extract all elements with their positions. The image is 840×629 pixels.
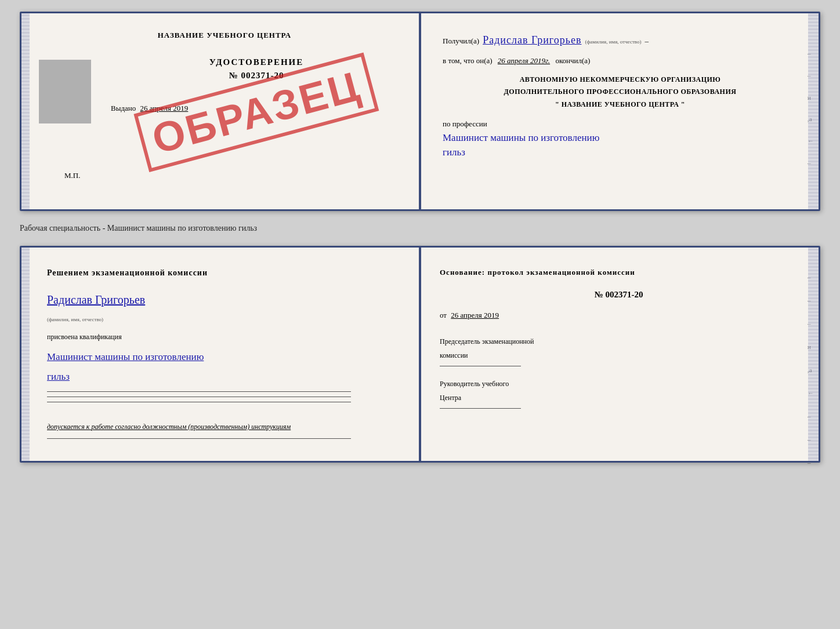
protocol-date: от 26 апреля 2019 — [440, 308, 798, 323]
qualification-block: Машинист машины по изготовлению гильз — [47, 347, 405, 387]
top-document-card: НАЗВАНИЕ УЧЕБНОГО ЦЕНТРА УДОСТОВЕРЕНИЕ №… — [20, 12, 820, 211]
binding-edge-right-bottom — [808, 248, 819, 461]
received-label: Получил(а) — [443, 34, 479, 48]
cert-right-half: Получил(а) Радислав Григорьев (фамилия, … — [419, 13, 819, 209]
binding-edge-right-top — [808, 13, 819, 209]
recipient-line: Получил(а) Радислав Григорьев (фамилия, … — [443, 31, 798, 49]
date-prefix: в том, что он(а) — [443, 56, 493, 65]
subtitle-between: Рабочая специальность - Машинист машины … — [20, 221, 820, 235]
chairman-label2: комиссии — [440, 348, 798, 362]
person-name-bottom: Радислав Григорьев (фамилия, имя, отчест… — [47, 288, 405, 326]
basis-title: Основание: протокол экзаменационной коми… — [440, 265, 798, 280]
person-name-handwritten: Радислав Григорьев — [47, 293, 145, 306]
chairman-label1: Председатель экзаменационной — [440, 335, 798, 348]
date-value: 26 апреля 2019г. — [498, 56, 550, 65]
profession-block: по профессии Машинист машины по изготовл… — [443, 117, 798, 160]
cert-label: УДОСТОВЕРЕНИЕ — [111, 57, 402, 67]
date-line: в том, что он(а) 26 апреля 2019г. окончи… — [443, 54, 798, 67]
qual-left-half: Решением экзаменационной комиссии Радисл… — [21, 248, 417, 461]
protocol-date-value: 26 апреля 2019 — [451, 311, 499, 319]
bottom-document-card: Решением экзаменационной комиссии Радисл… — [20, 246, 820, 463]
director-label1: Руководитель учебного — [440, 377, 798, 391]
assigned-text: присвоена квалификация — [47, 330, 405, 344]
qual-line1: Машинист машины по изготовлению — [47, 351, 204, 362]
school-name-top: НАЗВАНИЕ УЧЕБНОГО ЦЕНТРА — [47, 31, 402, 40]
work-permission-prefix: допускается к — [47, 423, 91, 431]
dash-after-name: – — [645, 34, 649, 48]
profession-handwritten: Машинист машины по изготовлению гильз — [443, 130, 798, 160]
cert-issued: Выдано 26 апреля 2019 — [111, 104, 402, 113]
director-block: Руководитель учебного Центра — [440, 377, 798, 409]
issued-date: 26 апреля 2019 — [140, 104, 189, 112]
institution-block: АВТОНОМНУЮ НЕКОММЕРЧЕСКУЮ ОРГАНИЗАЦИЮ ДО… — [443, 74, 798, 111]
qual-line2: гильз — [47, 371, 70, 382]
issued-label: Выдано — [111, 104, 136, 112]
institution-line3: " НАЗВАНИЕ УЧЕБНОГО ЦЕНТРА " — [443, 99, 798, 111]
person-sublabel-bottom: (фамилия, имя, отчество) — [47, 317, 103, 322]
institution-line1: АВТОНОМНУЮ НЕКОММЕРЧЕСКУЮ ОРГАНИЗАЦИЮ — [443, 74, 798, 86]
recipient-name: Радислав Григорьев — [483, 31, 581, 49]
decision-text: Решением экзаменационной комиссии — [47, 265, 405, 281]
profession-line2: гильз — [443, 147, 465, 158]
cert-number: № 002371-20 — [111, 71, 402, 81]
photo-placeholder — [39, 60, 91, 123]
profession-label: по профессии — [443, 117, 798, 130]
profession-line1: Машинист машины по изготовлению — [443, 132, 599, 143]
work-permission-text: работе согласно должностным (производств… — [91, 423, 291, 431]
date-from-prefix: от — [440, 311, 447, 319]
cert-left-half: НАЗВАНИЕ УЧЕБНОГО ЦЕНТРА УДОСТОВЕРЕНИЕ №… — [21, 13, 419, 209]
director-label2: Центра — [440, 391, 798, 405]
date-suffix: окончил(а) — [555, 56, 590, 65]
mp-label: М.П. — [64, 171, 419, 180]
qual-right-half: Основание: протокол экзаменационной коми… — [417, 248, 819, 461]
chairman-block: Председатель экзаменационной комиссии — [440, 335, 798, 366]
page-wrapper: НАЗВАНИЕ УЧЕБНОГО ЦЕНТРА УДОСТОВЕРЕНИЕ №… — [20, 12, 820, 463]
institution-line2: ДОПОЛНИТЕЛЬНОГО ПРОФЕССИОНАЛЬНОГО ОБРАЗО… — [443, 86, 798, 99]
work-permission: допускается к работе согласно должностны… — [47, 420, 405, 434]
recipient-sublabel: (фамилия, имя, отчество) — [585, 37, 641, 46]
protocol-number: № 002371-20 — [440, 286, 798, 303]
